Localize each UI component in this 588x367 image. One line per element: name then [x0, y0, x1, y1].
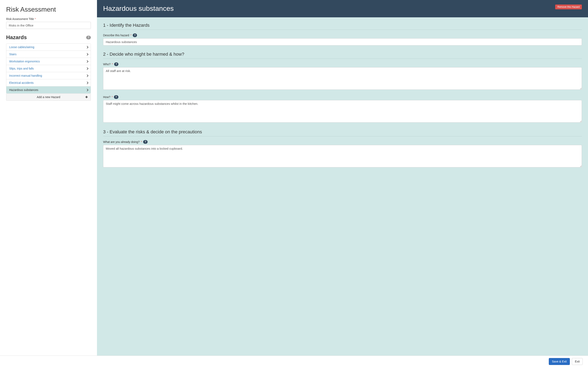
hazard-item-label: Workstation ergonomics	[9, 60, 40, 63]
how-label: How?	[103, 95, 111, 99]
page-title: Risk Assessment	[6, 6, 91, 13]
hazard-item[interactable]: Hazardous substances	[6, 86, 91, 93]
hazard-list: Loose cables/wiringStairsWorkstation erg…	[6, 43, 91, 94]
how-textarea[interactable]	[103, 100, 582, 123]
footer-bar: Save & Exit Exit	[0, 356, 588, 367]
title-field-label: Risk Assessment Title *	[6, 17, 91, 21]
hazard-item-label: Slips, trips and falls	[9, 67, 34, 70]
help-icon[interactable]: ?	[143, 140, 147, 144]
remove-hazard-button[interactable]: Remove this Hazard	[555, 4, 582, 9]
who-textarea[interactable]	[103, 67, 582, 90]
describe-hazard-input[interactable]	[103, 38, 582, 45]
already-doing-textarea[interactable]	[103, 145, 582, 167]
chevron-right-icon	[86, 60, 88, 63]
main-body: 1 - Identify the Hazards Describe this h…	[97, 17, 588, 356]
hazard-item-label: Incorrect manual handling	[9, 74, 42, 77]
section-3-heading: 3 - Evaluate the risks & decide on the p…	[103, 129, 582, 136]
add-hazard-button[interactable]: Add a new Hazard ✚	[6, 94, 91, 101]
hazards-count-badge: 7	[86, 36, 91, 39]
hazard-title: Hazardous substances	[103, 4, 174, 12]
chevron-right-icon	[86, 67, 88, 70]
help-icon[interactable]: ?	[133, 33, 137, 37]
section-2-heading: 2 - Decide who might be harmed & how?	[103, 52, 582, 59]
hazard-item[interactable]: Workstation ergonomics	[6, 58, 91, 65]
required-asterisk: *	[112, 63, 113, 66]
section-1-heading: 1 - Identify the Hazards	[103, 23, 582, 30]
main-header: Hazardous substances Remove this Hazard	[97, 0, 588, 17]
chevron-right-icon	[86, 53, 88, 55]
required-asterisk: *	[112, 95, 113, 99]
required-asterisk: *	[130, 34, 131, 37]
hazards-heading: Hazards	[6, 34, 27, 41]
hazard-item[interactable]: Electrical accidents	[6, 79, 91, 86]
chevron-right-icon	[86, 46, 88, 48]
sidebar: Risk Assessment Risk Assessment Title * …	[0, 0, 97, 356]
hazard-item[interactable]: Incorrect manual handling	[6, 72, 91, 79]
hazard-item-label: Stairs	[9, 53, 17, 56]
help-icon[interactable]: ?	[114, 62, 118, 66]
plus-icon: ✚	[85, 95, 88, 99]
chevron-right-icon	[86, 89, 88, 91]
chevron-right-icon	[86, 82, 88, 84]
hazard-item[interactable]: Stairs	[6, 51, 91, 58]
hazard-item-label: Electrical accidents	[9, 81, 34, 84]
save-exit-button[interactable]: Save & Exit	[549, 358, 570, 365]
who-label: Who?	[103, 63, 111, 66]
required-asterisk: *	[35, 17, 36, 21]
help-icon[interactable]: ?	[114, 95, 118, 99]
hazard-item-label: Hazardous substances	[9, 88, 38, 92]
risk-assessment-title-input[interactable]	[6, 22, 91, 29]
already-doing-label: What are you already doing?	[103, 140, 140, 143]
main-panel: Hazardous substances Remove this Hazard …	[97, 0, 588, 356]
hazard-item[interactable]: Slips, trips and falls	[6, 65, 91, 72]
hazard-item-label: Loose cables/wiring	[9, 45, 34, 49]
title-field-label-text: Risk Assessment Title	[6, 17, 34, 21]
add-hazard-label: Add a new Hazard	[37, 95, 60, 99]
required-asterisk: *	[141, 140, 142, 143]
describe-hazard-label: Describe this hazard	[103, 34, 129, 37]
exit-button[interactable]: Exit	[572, 358, 583, 365]
chevron-right-icon	[86, 75, 88, 77]
hazard-item[interactable]: Loose cables/wiring	[6, 44, 91, 51]
